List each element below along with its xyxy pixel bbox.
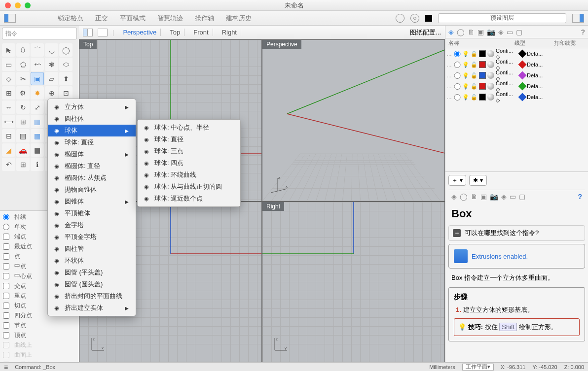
- tool-join[interactable]: ⊕: [45, 86, 58, 100]
- tool-cplane[interactable]: ▦: [31, 129, 44, 142]
- osnap-int[interactable]: [3, 283, 9, 289]
- ctx-item[interactable]: ◉球体: 逼近数个点: [138, 193, 240, 204]
- ctx-item[interactable]: ◉椭圆体: 直径: [48, 160, 136, 172]
- tool-car[interactable]: 🚗: [16, 143, 30, 157]
- osnap-cen[interactable]: [3, 273, 9, 279]
- close-window-button[interactable]: [5, 2, 11, 8]
- layer-row[interactable]: … 💡 🔓 Conti... ◇ Defa...: [445, 92, 588, 102]
- hcam-icon[interactable]: 📷: [490, 193, 498, 201]
- tool-layers[interactable]: ▤: [16, 129, 30, 142]
- osnap-end[interactable]: [3, 234, 9, 240]
- vp-tab-front[interactable]: Front: [189, 29, 213, 36]
- col-printwidth[interactable]: 打印线宽: [554, 39, 588, 47]
- box-icon[interactable]: ▣: [478, 28, 484, 36]
- help-where-expand[interactable]: ＋ 可以在哪里找到这个指令?: [448, 225, 585, 241]
- ctx-item[interactable]: ◉椭圆体: 从焦点: [48, 172, 136, 184]
- menu-smarttrack[interactable]: 智慧轨迹: [157, 14, 183, 23]
- ctx-item[interactable]: ◉平顶锥体: [48, 207, 136, 219]
- help-add-button[interactable]: ＋ ▾: [448, 175, 466, 186]
- camera-icon[interactable]: 📷: [487, 28, 495, 36]
- vp-tab-perspective[interactable]: Perspective: [119, 29, 161, 36]
- maximize-window-button[interactable]: [25, 2, 31, 8]
- menu-gumball[interactable]: 操作轴: [195, 14, 214, 23]
- help-settings-button[interactable]: ✱ ▾: [469, 175, 487, 186]
- ctx-item[interactable]: ◉球体: 中心点、半径: [138, 122, 240, 134]
- ctx-item[interactable]: ◉平顶金字塔: [48, 231, 136, 243]
- tool-polygon[interactable]: ⬠: [16, 58, 30, 71]
- tool-rect[interactable]: ▭: [2, 58, 15, 71]
- tool-group[interactable]: ⊡: [59, 86, 73, 100]
- ctx-item[interactable]: ◉金字塔: [48, 219, 136, 231]
- hprop-icon[interactable]: ◯: [460, 193, 468, 201]
- tool-box[interactable]: ▣: [31, 72, 44, 85]
- tool-scale[interactable]: ⤢: [31, 101, 44, 114]
- minimize-window-button[interactable]: [15, 2, 21, 8]
- properties-icon[interactable]: ◯: [457, 28, 465, 36]
- layer-row[interactable]: … 💡 🔓 Conti... ◇ Defa...: [445, 81, 588, 92]
- tool-trim[interactable]: ✂: [16, 72, 30, 85]
- target-icon[interactable]: [410, 14, 419, 23]
- help-icon[interactable]: ?: [581, 28, 585, 36]
- ctx-item[interactable]: ◉球体: 从与曲线正切的圆: [138, 181, 240, 193]
- tool-analyze[interactable]: ▦: [31, 115, 44, 128]
- hhelp-icon[interactable]: ?: [578, 193, 582, 201]
- ctx-item[interactable]: ◉球体: 环绕曲线: [138, 169, 240, 181]
- osnap-knot[interactable]: [3, 322, 9, 329]
- osnap-point[interactable]: [3, 253, 9, 260]
- hlayers-icon[interactable]: ◈: [451, 193, 457, 201]
- tool-undo[interactable]: ↶: [2, 158, 15, 171]
- layer-row[interactable]: … 💡 🔓 Conti... ◇ Defa...: [445, 59, 588, 70]
- notes-icon[interactable]: 🗎: [468, 28, 475, 36]
- ctx-item[interactable]: ◉球体▶: [48, 125, 136, 136]
- tool-info[interactable]: ℹ: [31, 158, 44, 171]
- hbox-icon[interactable]: ▣: [480, 193, 487, 201]
- menu-history[interactable]: 建构历史: [226, 14, 252, 23]
- tool-freeform[interactable]: ⬳: [31, 58, 44, 71]
- tool-dim[interactable]: ⟷: [2, 115, 15, 128]
- layer-row[interactable]: … 💡 🔓 Conti... ◇ Defa...: [445, 48, 588, 59]
- tool-curve[interactable]: ⌒: [31, 43, 44, 57]
- ctx-item[interactable]: ◉圆柱管: [48, 243, 136, 255]
- hmon-icon[interactable]: ▢: [519, 193, 525, 201]
- ctx-item[interactable]: ◉椭圆体▶: [48, 148, 136, 160]
- left-sidebar-toggle[interactable]: [4, 14, 16, 23]
- layer-row[interactable]: … 💡 🔓 Conti... ◇ Defa...: [445, 70, 588, 81]
- ctx-item[interactable]: ◉圆柱体: [48, 113, 136, 125]
- ctx-item[interactable]: ◉球体: 直径: [138, 134, 240, 145]
- layer-preset-input[interactable]: 预设图层: [438, 13, 566, 23]
- tool-plane[interactable]: ▱: [45, 72, 58, 85]
- osnap-persistent[interactable]: [3, 214, 9, 220]
- display-icon[interactable]: ▭: [507, 28, 513, 36]
- command-input[interactable]: 指令: [2, 28, 77, 39]
- tool-paint[interactable]: ◢: [2, 143, 15, 157]
- viewport-right[interactable]: Right zy: [262, 202, 445, 364]
- tool-pointer[interactable]: [2, 43, 15, 57]
- col-linetype[interactable]: 线型: [514, 39, 554, 47]
- hlig-icon[interactable]: ◈: [501, 193, 507, 201]
- menu-planar[interactable]: 平面模式: [120, 14, 146, 23]
- lights-icon[interactable]: ◈: [498, 28, 504, 36]
- ctx-item[interactable]: ◉抛物面锥体: [48, 184, 136, 196]
- monitor-icon[interactable]: ▢: [516, 28, 522, 36]
- viewport-perspective[interactable]: Perspective zx: [262, 39, 445, 202]
- tool-circle[interactable]: ◯: [59, 43, 73, 57]
- vp-tab-top[interactable]: Top: [166, 29, 184, 36]
- ctx-item[interactable]: ◉挤出封闭的平面曲线: [48, 290, 136, 302]
- ctx-item[interactable]: ◉环状体: [48, 255, 136, 267]
- osnap-quad[interactable]: [3, 312, 9, 319]
- fourview-icon[interactable]: [83, 29, 93, 36]
- ctx-item[interactable]: ◉圆管 (平头盖): [48, 267, 136, 278]
- tool-ellipse[interactable]: ⬭: [59, 58, 73, 71]
- tool-gear[interactable]: ⚙: [16, 86, 30, 100]
- ctx-item[interactable]: ◉立方体▶: [48, 101, 136, 113]
- col-name[interactable]: 名称: [445, 39, 514, 47]
- tool-extrude[interactable]: ⬍: [59, 72, 73, 85]
- ctx-item[interactable]: ◉挤出建立实体▶: [48, 302, 136, 314]
- osnap-mid[interactable]: [3, 263, 9, 270]
- status-cplane[interactable]: 工作平面 ▾: [462, 364, 494, 371]
- singleview-icon[interactable]: [98, 29, 108, 36]
- tool-move[interactable]: ↔: [2, 101, 15, 114]
- tool-arc[interactable]: ◡: [45, 43, 58, 57]
- menu-grid-snap[interactable]: 锁定格点: [58, 14, 83, 23]
- right-sidebar-toggle[interactable]: [572, 14, 584, 23]
